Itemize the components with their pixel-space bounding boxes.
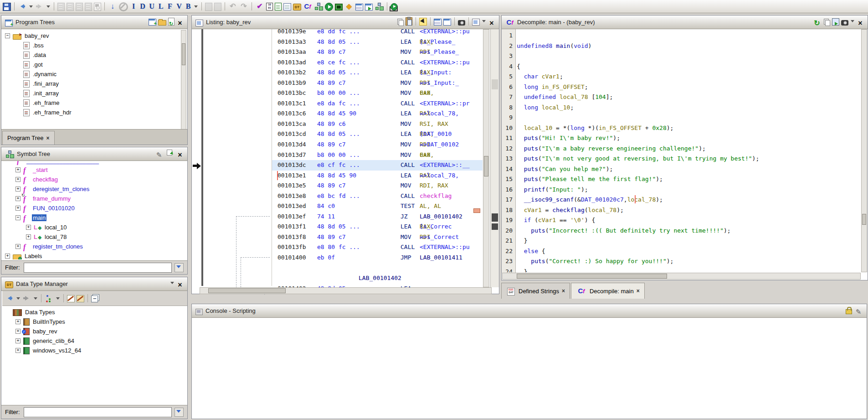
- diff-icon[interactable]: [443, 19, 451, 26]
- caret-icon[interactable]: [482, 16, 486, 26]
- listing-row[interactable]: 00101400eb 0fJMPLAB_00101411: [272, 253, 483, 263]
- letter-U-icon[interactable]: U: [148, 2, 155, 11]
- mem-icon[interactable]: [85, 3, 92, 11]
- page-refresh-icon[interactable]: [168, 18, 175, 26]
- letter-L-icon[interactable]: L: [157, 2, 164, 11]
- redo-icon[interactable]: [239, 2, 248, 11]
- tableadd-icon[interactable]: [149, 19, 156, 26]
- decompile-line[interactable]: 17 __isoc99_scanf(&DAT_001020c7,local_78…: [502, 195, 861, 205]
- caret-icon[interactable]: [170, 278, 175, 287]
- expander-icon[interactable]: +: [15, 329, 21, 334]
- filter-options-icon[interactable]: [175, 408, 184, 417]
- x-icon[interactable]: [488, 19, 495, 28]
- filter-options-icon[interactable]: [175, 263, 184, 272]
- decompile-line[interactable]: 2undefined8 main(void): [502, 41, 861, 52]
- fields-icon[interactable]: [434, 19, 442, 26]
- caret-icon[interactable]: [56, 294, 60, 303]
- listing-label-row[interactable]: LAB_00101402: [272, 273, 483, 284]
- expander-icon[interactable]: −: [15, 215, 21, 220]
- filter-off-icon[interactable]: [67, 295, 75, 302]
- listing-row[interactable]: 001013b248 8d 05 ...LEARAX, [s_Input:: [272, 67, 483, 78]
- expander-icon[interactable]: +: [15, 177, 21, 182]
- expander-icon[interactable]: +: [15, 348, 21, 353]
- caret-icon[interactable]: [33, 294, 38, 303]
- listing-row[interactable]: 001013e148 8d 45 90LEARAX=>local_78,: [272, 171, 483, 181]
- tablearr-icon[interactable]: [365, 4, 373, 10]
- close-tab-icon[interactable]: ×: [637, 288, 640, 294]
- fwd-icon[interactable]: [35, 2, 44, 11]
- overview-margin[interactable]: [490, 29, 499, 287]
- binary-icon[interactable]: [266, 3, 273, 10]
- listing-row[interactable]: 001013e548 89 c7MOVRDI, RAX: [272, 181, 483, 191]
- dtm-header[interactable]: Data Type Manager: [1, 277, 187, 291]
- listing-row[interactable]: 001013ef74 11JZLAB_00101402: [272, 212, 483, 222]
- x-icon[interactable]: [176, 150, 184, 160]
- fwd-icon[interactable]: [22, 294, 31, 303]
- decompile-line[interactable]: 6 long in_FS_OFFSET;: [502, 82, 861, 93]
- decompile-line[interactable]: 7 undefined local_78 [104];: [502, 92, 861, 103]
- collapse-icon[interactable]: [91, 296, 98, 302]
- listing-row[interactable]: 001013c1e8 da fc ...CALL<EXTERNAL>::pr: [272, 99, 483, 109]
- expander-icon[interactable]: +: [15, 196, 21, 201]
- listing-row[interactable]: 001013dce8 cf fc ...CALL<EXTERNAL>::__: [272, 160, 483, 171]
- props-icon[interactable]: [283, 3, 291, 10]
- diamond-icon[interactable]: [344, 2, 354, 11]
- expander-icon[interactable]: −: [5, 33, 10, 38]
- xfer-icon[interactable]: [205, 3, 212, 11]
- tree-item-deregister_tm_clones[interactable]: +deregister_tm_clones: [3, 184, 186, 194]
- caret-icon[interactable]: [29, 2, 33, 11]
- expander-icon[interactable]: +: [15, 167, 21, 172]
- listing-row[interactable]: 001013aa48 89 c7MOVRDI=>s_Please_: [272, 47, 483, 57]
- decompile-line[interactable]: 24 }: [502, 267, 861, 273]
- decompile-line[interactable]: 15 puts("Please tell me the first flag!"…: [502, 174, 861, 185]
- x-icon[interactable]: [857, 19, 864, 28]
- edit-icon[interactable]: [854, 307, 863, 316]
- decompile-line[interactable]: 12 puts("I\'m a baby reverse engineering…: [502, 144, 861, 154]
- tree-item-FUN_00101020[interactable]: +FUN_00101020: [3, 203, 186, 213]
- symbol-filter-input[interactable]: [24, 263, 172, 273]
- tree-item-baby_rev[interactable]: −baby_rev: [3, 31, 180, 41]
- decompile-line[interactable]: 1: [502, 31, 861, 41]
- expander-icon[interactable]: +: [26, 225, 31, 230]
- playloop-icon[interactable]: [390, 3, 398, 10]
- listing-vscrollbar[interactable]: [483, 29, 489, 287]
- tree-item-checkflag[interactable]: +checkflag: [3, 175, 186, 184]
- tree-item-.data[interactable]: .data: [3, 50, 180, 60]
- decompile-line[interactable]: 10 local_10 = *(long *)(in_FS_OFFSET + 0…: [502, 123, 861, 134]
- tree-item-main[interactable]: −main: [3, 213, 186, 223]
- tree-item-generic_clib_64[interactable]: +generic_clib_64: [3, 336, 186, 346]
- listing-row[interactable]: 001013d7b8 00 00 ...MOVEAX, 0x0: [272, 150, 483, 161]
- check-icon[interactable]: [255, 2, 264, 11]
- expander-icon[interactable]: +: [15, 206, 21, 211]
- decompile-line[interactable]: 9: [502, 113, 861, 123]
- decompile-line[interactable]: 16 printf("Input: ");: [502, 185, 861, 195]
- mem-icon[interactable]: [67, 3, 74, 11]
- expander-icon[interactable]: +: [26, 234, 31, 239]
- letter-F-icon[interactable]: F: [166, 2, 174, 11]
- tree-item-Data Types[interactable]: Data Types: [3, 307, 186, 317]
- symbol-tree-header[interactable]: Symbol Tree: [1, 147, 187, 161]
- folder-open-icon[interactable]: [158, 20, 166, 26]
- decompile-line[interactable]: 21 }: [502, 236, 861, 246]
- x-icon[interactable]: [176, 280, 184, 290]
- camera-icon[interactable]: [458, 20, 465, 26]
- back-icon[interactable]: [18, 2, 27, 11]
- expander-icon[interactable]: +: [15, 244, 21, 249]
- decompile-vscrollbar[interactable]: [861, 29, 867, 272]
- tree-item-windows_vs12_64[interactable]: +windows_vs12_64: [3, 346, 186, 355]
- caret-icon[interactable]: [194, 2, 198, 11]
- decompile-line[interactable]: 3: [502, 51, 861, 62]
- letter-B-icon[interactable]: B: [185, 2, 192, 11]
- list-icon[interactable]: [472, 19, 480, 26]
- play-icon[interactable]: [325, 3, 333, 11]
- decompile-line[interactable]: 22 else {: [502, 246, 861, 257]
- listing-row[interactable]: 001013d448 89 c7MOVRDI=>DAT_00102: [272, 140, 483, 150]
- listing-row-clipped[interactable]: 0010140248 8d 05 ...LEA: [272, 284, 483, 287]
- tree-item-.dynamic[interactable]: .dynamic: [3, 69, 180, 79]
- tree-item-_start[interactable]: +_start: [3, 165, 186, 175]
- decompile-line[interactable]: 5 char cVar1;: [502, 72, 861, 82]
- paste-icon[interactable]: [406, 17, 412, 26]
- letter-I-icon[interactable]: I: [130, 2, 137, 11]
- noentry-icon[interactable]: [119, 2, 128, 11]
- listing-row[interactable]: 001013f148 8d 05 ...LEARAX, [s_Correc: [272, 222, 483, 232]
